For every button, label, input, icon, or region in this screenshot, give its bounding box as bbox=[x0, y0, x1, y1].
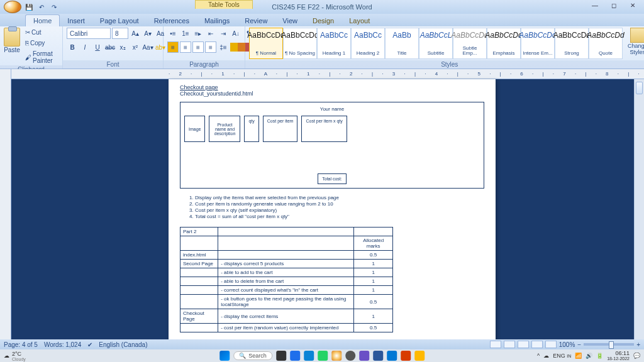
superscript-button[interactable]: x² bbox=[130, 41, 141, 53]
copy-button[interactable]: ⎘ Copy bbox=[23, 38, 58, 48]
save-icon[interactable]: 💾 bbox=[24, 2, 34, 12]
notifications-icon[interactable]: 💬 bbox=[633, 353, 640, 359]
taskbar-search[interactable]: 🔍 Search bbox=[233, 351, 272, 360]
multilevel-button[interactable]: ≡▸ bbox=[192, 28, 204, 39]
style-gallery[interactable]: AaBbCcDd¶ NormalAaBbCcDd¶ No SpacingAaBb… bbox=[249, 28, 623, 59]
onedrive-icon[interactable]: ☁ bbox=[543, 353, 549, 359]
status-bar: Page: 4 of 5 Words: 1,024 ✔ English (Can… bbox=[0, 339, 644, 349]
scrollbar-thumb[interactable] bbox=[636, 82, 643, 94]
view-print-layout-button[interactable] bbox=[490, 341, 501, 348]
teams-icon[interactable] bbox=[359, 351, 369, 361]
taskview-icon[interactable] bbox=[276, 351, 286, 361]
redo-icon[interactable]: ↷ bbox=[49, 2, 59, 12]
align-left-button[interactable]: ≡ bbox=[167, 41, 179, 53]
zoom-in-button[interactable]: + bbox=[636, 341, 640, 348]
tab-view[interactable]: View bbox=[275, 15, 305, 26]
proofing-icon[interactable]: ✔ bbox=[87, 341, 92, 348]
edge-icon[interactable] bbox=[304, 351, 314, 361]
style-item[interactable]: AaBbTitle bbox=[385, 28, 419, 59]
dec-indent-button[interactable]: ⇤ bbox=[205, 28, 216, 39]
shrink-font-icon[interactable]: A▾ bbox=[142, 28, 153, 39]
view-web-button[interactable] bbox=[518, 341, 529, 348]
tray-date[interactable]: 18-12-2022 bbox=[607, 356, 630, 361]
line-spacing-button[interactable]: ‡≡ bbox=[218, 41, 229, 53]
style-item[interactable]: AaBbCcDdSubtle Emp... bbox=[453, 28, 487, 59]
tab-references[interactable]: References bbox=[147, 15, 197, 26]
change-case-button[interactable]: Aa▾ bbox=[142, 41, 153, 53]
view-draft-button[interactable] bbox=[545, 341, 557, 348]
vertical-scrollbar[interactable] bbox=[634, 79, 644, 339]
close-button[interactable]: ✕ bbox=[624, 0, 641, 10]
mock-layout-box: Your name Image Product name and descrip… bbox=[180, 102, 484, 189]
subscript-button[interactable]: x₂ bbox=[117, 41, 128, 53]
tab-page-layout[interactable]: Page Layout bbox=[92, 15, 147, 26]
vscode-icon[interactable] bbox=[387, 351, 397, 361]
style-item[interactable]: AaBbCcDd¶ No Spacing bbox=[283, 28, 317, 59]
strike-button[interactable]: abc bbox=[104, 41, 116, 53]
paste-button[interactable]: Paste bbox=[4, 28, 20, 53]
battery-icon[interactable]: 🔋 bbox=[596, 353, 603, 359]
volume-icon[interactable]: 🔊 bbox=[586, 353, 592, 359]
style-item[interactable]: AaBbCcDd¶ Normal bbox=[249, 28, 283, 59]
change-styles-button[interactable]: Change Styles bbox=[625, 28, 644, 55]
style-item[interactable]: AaBbCcDdQuote bbox=[589, 28, 623, 59]
status-language[interactable]: English (Canada) bbox=[99, 341, 147, 348]
whatsapp-icon[interactable] bbox=[318, 351, 328, 361]
style-item[interactable]: AaBbCcDdEmphasis bbox=[487, 28, 521, 59]
weather-temp: 2°C bbox=[12, 351, 26, 357]
dell-icon[interactable] bbox=[345, 351, 355, 361]
inc-indent-button[interactable]: ⇥ bbox=[218, 28, 229, 39]
tab-mailings[interactable]: Mailings bbox=[197, 15, 237, 26]
minimize-button[interactable]: — bbox=[586, 0, 604, 10]
sticky-icon[interactable] bbox=[414, 351, 425, 361]
system-tray[interactable]: ^ ☁ ENG IN 📶 🔊 🔋 06:11 18-12-2022 💬 bbox=[537, 351, 640, 361]
tab-review[interactable]: Review bbox=[237, 15, 275, 26]
weather-widget[interactable]: ☁ 2°C Cloudy bbox=[0, 351, 26, 361]
tray-chevron-icon[interactable]: ^ bbox=[537, 353, 540, 359]
style-item[interactable]: AaBbCcDdIntense Em... bbox=[521, 28, 555, 59]
style-item[interactable]: AaBbCcHeading 2 bbox=[351, 28, 385, 59]
align-right-button[interactable]: ≡ bbox=[192, 41, 204, 53]
italic-button[interactable]: I bbox=[79, 41, 91, 53]
underline-button[interactable]: U bbox=[92, 41, 103, 53]
undo-icon[interactable]: ↶ bbox=[36, 2, 47, 12]
grow-font-icon[interactable]: A▴ bbox=[130, 28, 141, 39]
status-words[interactable]: Words: 1,024 bbox=[44, 341, 81, 348]
status-page[interactable]: Page: 4 of 5 bbox=[4, 341, 38, 348]
align-center-button[interactable]: ≡ bbox=[180, 41, 191, 53]
style-item[interactable]: AaBbCcLSubtitle bbox=[419, 28, 453, 59]
bold-button[interactable]: B bbox=[67, 41, 78, 53]
style-item[interactable]: AaBbCcDcStrong bbox=[555, 28, 589, 59]
zoom-slider[interactable] bbox=[584, 343, 634, 346]
tray-time[interactable]: 06:11 bbox=[607, 351, 630, 356]
tab-design[interactable]: Design bbox=[305, 15, 341, 26]
font-size-combo[interactable]: 8 bbox=[112, 28, 128, 39]
zoom-level[interactable]: 100% bbox=[559, 341, 575, 348]
view-fullscreen-button[interactable] bbox=[504, 341, 515, 348]
ppt-icon[interactable] bbox=[401, 351, 411, 361]
numbering-button[interactable]: 1≡ bbox=[180, 28, 191, 39]
start-button[interactable] bbox=[219, 351, 230, 361]
format-painter-button[interactable]: 🖌 Format Painter bbox=[23, 49, 58, 65]
note-item: Cost per item is randomly generate value… bbox=[195, 201, 484, 207]
sort-button[interactable]: A↓ bbox=[230, 28, 242, 39]
zoom-out-button[interactable]: − bbox=[577, 341, 581, 348]
tab-insert[interactable]: Insert bbox=[60, 15, 92, 26]
font-name-combo[interactable]: Calibri bbox=[67, 28, 111, 39]
wifi-icon[interactable]: 📶 bbox=[575, 353, 582, 359]
style-item[interactable]: AaBbCcHeading 1 bbox=[317, 28, 351, 59]
maximize-button[interactable]: ◻ bbox=[605, 0, 623, 10]
chrome-icon[interactable] bbox=[331, 351, 341, 361]
office-orb[interactable] bbox=[4, 1, 21, 13]
document-page[interactable]: Checkout page Checkout_yourstudentid.htm… bbox=[169, 79, 496, 339]
tab-layout[interactable]: Layout bbox=[341, 15, 377, 26]
bullets-button[interactable]: •≡ bbox=[167, 28, 179, 39]
explorer-icon[interactable] bbox=[290, 351, 300, 361]
tab-home[interactable]: Home bbox=[25, 14, 60, 26]
view-outline-button[interactable] bbox=[531, 341, 543, 348]
word-icon[interactable] bbox=[373, 351, 383, 361]
cut-button[interactable]: ✂ Cut bbox=[23, 28, 58, 37]
justify-button[interactable]: ≡ bbox=[205, 41, 216, 53]
windows-taskbar: ☁ 2°C Cloudy 🔍 Search ^ ☁ ENG IN 📶 🔊 🔋 0… bbox=[0, 349, 644, 362]
tray-lang[interactable]: ENG IN bbox=[553, 353, 571, 359]
